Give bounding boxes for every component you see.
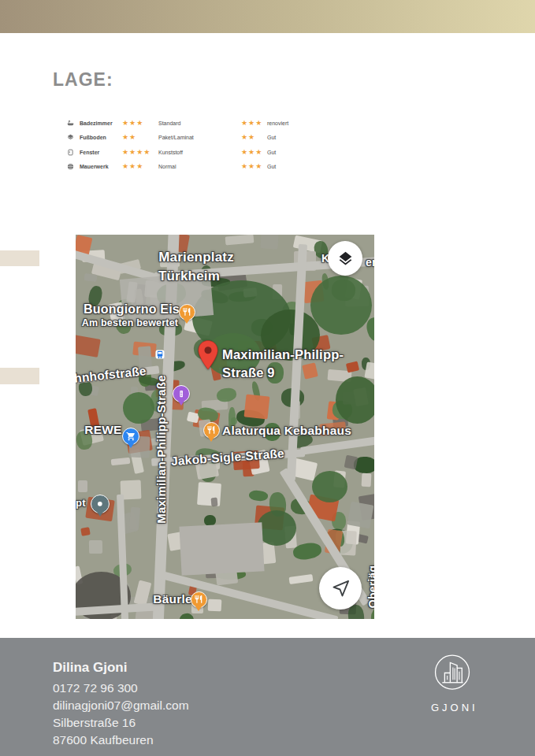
- feature-label: Fenster: [80, 150, 122, 155]
- map-terrain-patch: [216, 387, 238, 403]
- feature-quality-text: renoviert: [267, 120, 322, 126]
- page-title: LAGE:: [53, 69, 113, 91]
- map-terrain-patch: [364, 362, 374, 380]
- footer-contact-line: 0172 72 96 300: [53, 680, 189, 697]
- map-label-pin-line2: Straße 9: [222, 365, 317, 380]
- purple-poi[interactable]: [173, 385, 190, 407]
- map-terrain-patch: [89, 540, 102, 554]
- map-terrain-patch: [346, 361, 359, 372]
- feature-stars-quality: ★★★: [241, 163, 267, 170]
- map-label-buongiorno: Buongiorno Eis: [80, 302, 183, 317]
- poi-tail: [128, 443, 134, 448]
- feature-label: Fußboden: [80, 135, 122, 140]
- feature-label: Mauerwerk: [80, 164, 122, 169]
- map-terrain-patch: [347, 502, 374, 529]
- map-label-oberjaeg-vertical: Oberjäg: [366, 543, 374, 619]
- map-label-jakob-sigle: Jakob-Sigle-Straße: [157, 446, 299, 470]
- feature-condition-text: Kunststoff: [158, 150, 241, 155]
- kebab-poi[interactable]: [203, 422, 220, 443]
- accent-block-bottom: [0, 368, 39, 384]
- feature-stars-condition: ★★★: [122, 163, 158, 170]
- store-icon: [173, 385, 190, 402]
- plaza: [179, 522, 264, 575]
- map-terrain-patch: [80, 527, 91, 536]
- footer-contact-line: 87600 Kaufbeuren: [53, 732, 189, 749]
- rewe-poi[interactable]: [122, 428, 139, 450]
- map-label-pt-fragment: pt: [76, 497, 91, 509]
- bus-stop-poi[interactable]: [155, 348, 165, 362]
- map-terrain-patch: [362, 473, 372, 487]
- contact-lines: 0172 72 96 300dilinagjoni07@gmail.comSil…: [53, 680, 189, 749]
- feature-stars-quality: ★★★: [241, 149, 267, 156]
- map-terrain-patch: [344, 455, 359, 470]
- map-terrain-patch: [310, 276, 372, 335]
- navigate-icon: [330, 578, 351, 599]
- feature-label: Badezimmer: [80, 120, 122, 126]
- baeurle-poi[interactable]: [191, 591, 207, 613]
- feature-quality-text: Gut: [267, 135, 322, 140]
- restaurant-icon: [203, 422, 220, 439]
- map-label-buongiorno-sub: Am besten bewertet: [76, 317, 185, 328]
- features-table: Badezimmer★★★Standard★★★renoviertFußbode…: [67, 116, 322, 174]
- poi-tail: [208, 437, 214, 442]
- feature-condition-text: Paket/Laminat: [158, 135, 241, 140]
- restaurant-icon: [179, 304, 195, 321]
- bathtub-icon: [67, 120, 80, 127]
- map-label-kebabhaus: Alaturqua Kebabhaus: [222, 424, 356, 438]
- map-terrain-patch: [244, 395, 270, 420]
- feature-condition-text: Standard: [158, 120, 241, 126]
- map-terrain-patch: [312, 471, 347, 502]
- gjoni-buildings-icon: [430, 687, 474, 700]
- map-terrain-patch: [76, 335, 101, 358]
- footer: Dilina Gjoni 0172 72 96 300dilinagjoni07…: [0, 638, 535, 756]
- top-gradient-bar: [0, 0, 535, 33]
- map-terrain-patch: [336, 376, 374, 424]
- map-label-pin-line1: Maximilian-Philipp-: [222, 347, 364, 362]
- map-terrain-patch: [211, 498, 218, 507]
- map-terrain-patch: [260, 235, 278, 250]
- map-terrain-patch: [129, 507, 140, 531]
- buongiorno-poi[interactable]: [179, 304, 195, 325]
- window-icon: [67, 149, 80, 156]
- map-terrain-patch: [208, 599, 222, 612]
- company-logo: GJONI: [428, 654, 477, 713]
- map-label-rewe: REWE: [80, 423, 127, 437]
- floor-layers-icon: [67, 134, 80, 141]
- feature-stars-quality: ★★: [241, 134, 267, 141]
- feature-stars-condition: ★★★: [122, 120, 158, 127]
- map-terrain-patch: [289, 574, 314, 584]
- contact-name: Dilina Gjoni: [53, 660, 127, 676]
- feature-stars-condition: ★★: [122, 134, 158, 141]
- poi-tail: [195, 606, 202, 611]
- bus-icon: [155, 348, 165, 358]
- feature-stars-condition: ★★★★: [122, 149, 158, 156]
- satellite-map[interactable]: MarienplatzTürkheimBuongiorno EisAm best…: [76, 235, 374, 619]
- footer-contact-line: Silberstraße 16: [53, 714, 189, 732]
- accent-block-top: [0, 250, 39, 266]
- map-label-mp-strasse-vertical: Maximilian-Philipp-Straße: [154, 371, 168, 528]
- place-poi[interactable]: [91, 495, 110, 518]
- feature-quality-text: Gut: [267, 164, 322, 169]
- company-logo-text: GJONI: [428, 702, 477, 713]
- address-pin[interactable]: [198, 340, 218, 370]
- map-terrain-patch: [248, 490, 268, 502]
- map-terrain-patch: [197, 482, 221, 506]
- footer-contact-line: dilinagjoni07@gmail.com: [53, 697, 189, 714]
- poi-tail: [97, 512, 103, 517]
- map-terrain-patch: [84, 273, 98, 282]
- poi-tail: [184, 319, 190, 324]
- map-terrain-patch: [225, 235, 254, 246]
- feature-stars-quality: ★★★: [241, 120, 267, 127]
- navigate-button[interactable]: [319, 567, 362, 610]
- layers-button[interactable]: [328, 241, 362, 276]
- map-terrain-patch: [123, 392, 154, 424]
- feature-condition-text: Normal: [158, 164, 241, 169]
- poi-tail: [178, 401, 184, 406]
- map-label-en-fragment: en: [366, 256, 374, 269]
- wall-icon: [67, 163, 80, 170]
- map-terrain-patch: [111, 458, 131, 465]
- map-terrain-patch: [78, 480, 87, 492]
- map-label-marienplatz: Marienplatz: [133, 250, 259, 265]
- cart-icon: [122, 428, 139, 445]
- map-label-tuerkheim: Türkheim: [126, 269, 252, 284]
